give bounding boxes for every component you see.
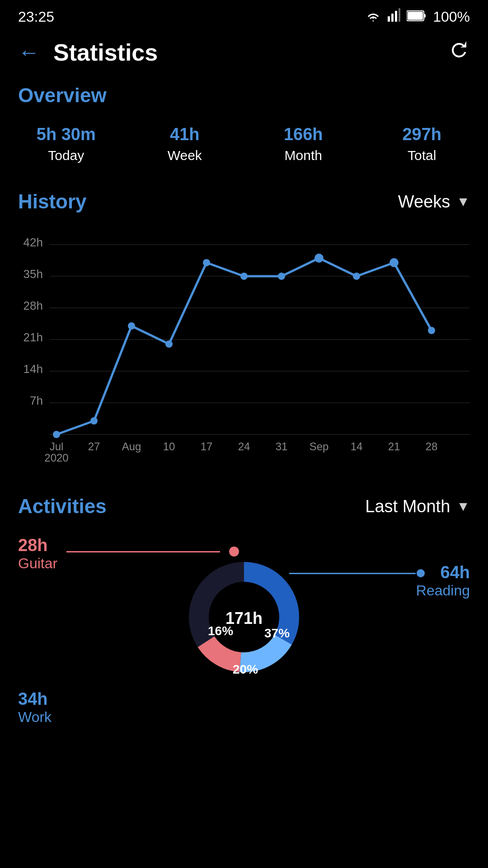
- svg-text:28h: 28h: [23, 299, 43, 312]
- overview-month-value: 166h: [284, 125, 323, 144]
- svg-rect-6: [424, 14, 426, 18]
- overview-month-label: Month: [285, 148, 322, 163]
- svg-text:10: 10: [163, 440, 175, 453]
- svg-text:21: 21: [388, 440, 400, 453]
- svg-text:31: 31: [276, 440, 288, 453]
- svg-text:Aug: Aug: [122, 440, 141, 453]
- back-button[interactable]: ←: [18, 42, 40, 63]
- overview-week-label: Week: [168, 148, 202, 163]
- activity-item-work: 34h Work: [18, 689, 470, 726]
- svg-point-20: [53, 431, 60, 438]
- svg-point-29: [389, 258, 399, 267]
- svg-text:14: 14: [351, 440, 363, 453]
- dropdown-arrow-icon: ▼: [456, 194, 470, 209]
- app-header: ← Statistics: [0, 30, 488, 80]
- overview-total: 297h Total: [365, 125, 479, 163]
- svg-point-30: [428, 327, 435, 334]
- donut-chart: 171h 16% 37% 20%: [181, 554, 307, 682]
- svg-text:Sep: Sep: [310, 440, 329, 453]
- svg-text:16%: 16%: [208, 624, 233, 638]
- history-chart: 42h 35h 28h 21h 14h 7h Jul 2020 27 Aug 1…: [0, 226, 488, 481]
- overview-today-value: 5h 30m: [37, 125, 96, 144]
- overview-section-label: Overview: [0, 80, 488, 111]
- overview-month: 166h Month: [246, 125, 361, 163]
- activities-section-header: Activities Last Month ▼: [0, 481, 488, 527]
- work-hours: 34h: [18, 689, 52, 709]
- activities-period-dropdown[interactable]: Last Month ▼: [365, 497, 470, 516]
- status-bar: 23:25 100%: [0, 0, 488, 30]
- svg-point-22: [128, 322, 135, 330]
- svg-text:21h: 21h: [23, 330, 43, 344]
- page-title: Statistics: [53, 39, 158, 66]
- signal-icon: [388, 8, 400, 25]
- overview-grid: 5h 30m Today 41h Week 166h Month 297h To…: [0, 116, 488, 181]
- reading-hours: 64h: [441, 563, 470, 582]
- svg-rect-0: [388, 16, 390, 22]
- overview-total-label: Total: [408, 148, 436, 163]
- svg-point-28: [353, 273, 360, 280]
- battery-percent: 100%: [433, 9, 470, 25]
- time-display: 23:25: [18, 9, 54, 25]
- svg-text:37%: 37%: [264, 626, 290, 640]
- activity-item-reading: 64h Reading: [416, 563, 470, 599]
- svg-text:17: 17: [201, 440, 213, 453]
- svg-point-24: [203, 259, 210, 266]
- svg-point-23: [165, 340, 173, 348]
- svg-text:35h: 35h: [23, 267, 43, 281]
- svg-text:7h: 7h: [30, 394, 43, 407]
- svg-point-27: [314, 254, 324, 263]
- history-period-label: Weeks: [398, 192, 450, 212]
- svg-text:28: 28: [426, 440, 438, 453]
- overview-today-label: Today: [48, 148, 84, 163]
- history-period-dropdown[interactable]: Weeks ▼: [398, 192, 470, 212]
- svg-rect-3: [399, 8, 400, 22]
- wifi-icon: [365, 9, 381, 25]
- svg-point-26: [278, 273, 285, 280]
- battery-icon: [407, 9, 427, 25]
- history-chart-svg: 42h 35h 28h 21h 14h 7h Jul 2020 27 Aug 1…: [14, 226, 474, 462]
- svg-point-21: [90, 417, 98, 425]
- activities-title: Activities: [18, 495, 107, 518]
- svg-point-25: [240, 273, 248, 280]
- svg-text:42h: 42h: [23, 236, 43, 249]
- svg-text:14h: 14h: [23, 362, 43, 376]
- svg-rect-1: [391, 14, 394, 22]
- svg-text:27: 27: [88, 440, 100, 453]
- guitar-name: Guitar: [18, 555, 57, 572]
- svg-text:Jul: Jul: [50, 440, 64, 453]
- svg-rect-5: [408, 12, 423, 20]
- reading-name: Reading: [416, 582, 470, 599]
- overview-today: 5h 30m Today: [9, 125, 123, 163]
- history-title: History: [18, 190, 87, 213]
- guitar-hours: 28h: [18, 536, 57, 555]
- svg-rect-2: [395, 11, 397, 22]
- work-name: Work: [18, 709, 52, 726]
- svg-text:24: 24: [238, 440, 250, 453]
- svg-text:2020: 2020: [44, 452, 68, 462]
- refresh-button[interactable]: [448, 39, 470, 66]
- activities-dropdown-arrow-icon: ▼: [456, 499, 470, 514]
- history-section: History Weeks ▼: [0, 181, 488, 226]
- overview-week: 41h Week: [128, 125, 242, 163]
- status-icons: 100%: [365, 8, 470, 25]
- overview-total-value: 297h: [402, 125, 441, 144]
- activities-period-label: Last Month: [365, 497, 450, 516]
- activities-content: 28h Guitar 171h: [0, 527, 488, 775]
- svg-text:20%: 20%: [233, 662, 258, 676]
- overview-week-value: 41h: [170, 125, 199, 144]
